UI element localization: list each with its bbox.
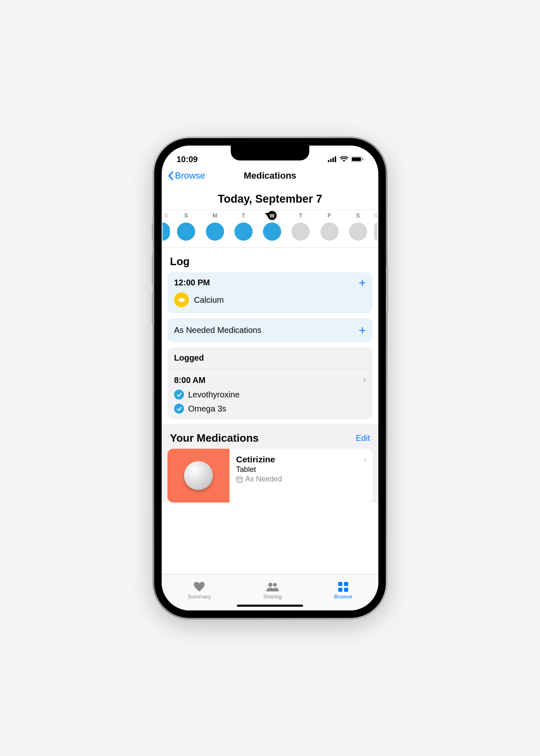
logged-card: Logged 8:00 AM › LevothyroxineOmega 3s [167, 347, 373, 419]
logged-time: 8:00 AM [174, 376, 205, 385]
svg-point-13 [239, 481, 240, 481]
tab-label: Browse [334, 593, 352, 600]
silent-switch [152, 223, 154, 239]
as-needed-card[interactable]: As Needed Medications + [167, 318, 373, 342]
chevron-right-icon: › [364, 455, 367, 464]
svg-point-9 [238, 479, 239, 480]
logged-entry[interactable]: 8:00 AM › LevothyroxineOmega 3s [167, 369, 373, 419]
svg-point-11 [240, 479, 241, 480]
logged-header: Logged [167, 347, 373, 369]
tab-label: Summary [188, 593, 211, 600]
calendar-day[interactable]: W [260, 211, 284, 241]
as-needed-label: As Needed Medications [174, 325, 261, 335]
svg-rect-18 [344, 582, 348, 586]
svg-rect-2 [332, 158, 334, 162]
medication-card[interactable]: Cetirizine Tablet As Needed › [167, 449, 373, 502]
tablet-icon [184, 461, 213, 490]
calendar-day[interactable]: S [346, 211, 370, 241]
tab-summary[interactable]: Summary [188, 581, 211, 600]
volume-up-button [152, 254, 154, 285]
tab-browse[interactable]: Browse [334, 581, 352, 600]
calendar-day[interactable]: F [317, 211, 342, 241]
calendar-day[interactable]: T [288, 211, 313, 241]
nav-bar: Browse Medications [162, 167, 378, 187]
svg-point-15 [268, 583, 272, 587]
add-as-needed-button[interactable]: + [358, 326, 366, 335]
svg-rect-5 [352, 157, 361, 161]
svg-rect-19 [338, 588, 342, 592]
date-title: Today, September 7 [162, 187, 378, 210]
svg-point-14 [240, 481, 241, 481]
phone-frame: 10:09 Browse Medications Today, Septembe… [154, 138, 386, 618]
page-title: Medications [244, 170, 296, 181]
add-dose-button[interactable]: + [358, 279, 366, 287]
upcoming-dose-card[interactable]: 12:00 PM + Calcium [167, 272, 373, 313]
cellular-icon [328, 155, 337, 164]
calendar-strip[interactable]: SSMTWTFSS [162, 210, 378, 248]
medication-image [167, 449, 229, 502]
calendar-day[interactable]: M [203, 211, 227, 241]
logged-med-row: Levothyroxine [174, 385, 366, 400]
back-label: Browse [175, 170, 205, 181]
svg-rect-6 [362, 158, 363, 160]
logged-med-row: Omega 3s [174, 400, 366, 414]
screen: 10:09 Browse Medications Today, Septembe… [162, 146, 378, 610]
checkmark-icon [174, 390, 184, 400]
home-indicator[interactable] [237, 605, 303, 607]
checkmark-icon [174, 404, 184, 414]
your-meds-section: Your Medications Edit Cetirizine Tablet … [162, 424, 378, 502]
calendar-day[interactable]: S [174, 211, 198, 241]
svg-point-12 [238, 481, 239, 481]
svg-rect-17 [338, 582, 342, 586]
edit-button[interactable]: Edit [356, 433, 370, 443]
logged-med-name: Levothyroxine [188, 390, 240, 400]
power-button [386, 266, 388, 314]
medication-name: Cetirizine [236, 455, 366, 464]
svg-point-16 [273, 583, 277, 586]
svg-rect-3 [335, 156, 337, 162]
heart-icon [194, 581, 205, 592]
chevron-left-icon [167, 171, 174, 181]
wifi-icon [340, 155, 348, 164]
medication-type: Tablet [236, 465, 366, 474]
your-meds-title: Your Medications [170, 432, 259, 445]
status-time: 10:09 [177, 155, 198, 164]
calendar-day[interactable]: T [231, 211, 256, 241]
back-button[interactable]: Browse [167, 170, 205, 181]
upcoming-med-name: Calcium [194, 295, 224, 305]
logged-med-name: Omega 3s [188, 404, 226, 414]
people-icon [266, 581, 279, 592]
calendar-icon [236, 476, 243, 483]
notch [231, 146, 309, 160]
medication-frequency: As Needed [236, 475, 366, 483]
svg-rect-0 [328, 160, 330, 162]
volume-down-button [152, 293, 154, 324]
pill-icon [174, 292, 189, 307]
battery-icon [351, 155, 363, 164]
svg-rect-1 [330, 159, 332, 162]
svg-point-10 [239, 479, 240, 480]
chevron-right-icon: › [363, 375, 366, 385]
tab-label: Sharing [263, 593, 282, 600]
grid-icon [338, 581, 348, 592]
log-section-title: Log [162, 248, 378, 272]
status-indicators [328, 155, 363, 164]
content-area: Log 12:00 PM + Calcium As Needed Medicat… [162, 248, 378, 574]
upcoming-time: 12:00 PM [174, 278, 210, 287]
tab-sharing[interactable]: Sharing [263, 581, 282, 600]
svg-rect-20 [344, 588, 348, 592]
